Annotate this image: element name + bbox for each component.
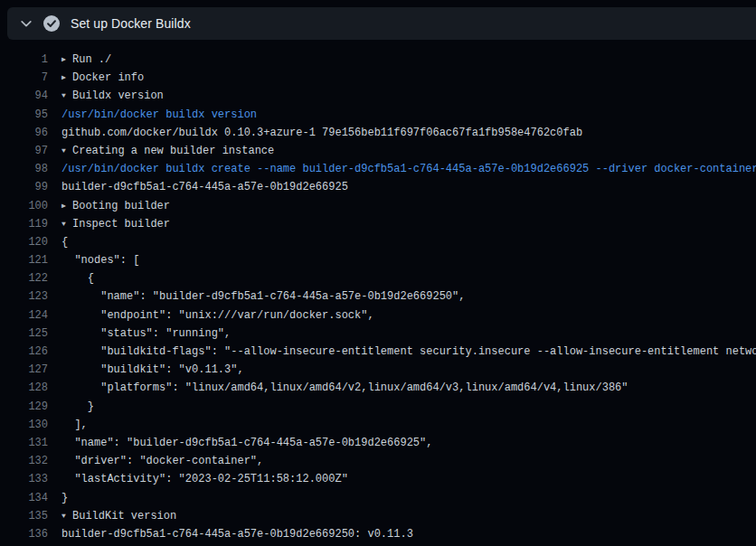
line-number[interactable]: 129 bbox=[0, 398, 48, 416]
log-text: { bbox=[48, 233, 756, 251]
step-header[interactable]: Set up Docker Buildx bbox=[7, 7, 756, 40]
line-number[interactable]: 1 bbox=[0, 51, 48, 69]
line-number[interactable]: 130 bbox=[0, 416, 48, 434]
log-text: "platforms": "linux/amd64,linux/amd64/v2… bbox=[48, 379, 756, 397]
line-number[interactable]: 98 bbox=[0, 160, 48, 178]
log-text: { bbox=[48, 269, 756, 287]
group-title: ▶Docker info bbox=[48, 69, 756, 87]
log-row: 134} bbox=[0, 489, 756, 507]
line-number[interactable]: 135 bbox=[0, 507, 48, 525]
line-number[interactable]: 95 bbox=[0, 106, 48, 124]
log-text: "driver": "docker-container", bbox=[48, 452, 756, 470]
log-text: "endpoint": "unix:///var/run/docker.sock… bbox=[48, 306, 756, 325]
line-number[interactable]: 121 bbox=[0, 251, 48, 269]
log-row: 99builder-d9cfb5a1-c764-445a-a57e-0b19d2… bbox=[0, 178, 756, 196]
group-title: ▼Creating a new builder instance bbox=[48, 142, 756, 160]
line-number[interactable]: 7 bbox=[0, 69, 48, 87]
log-text: } bbox=[48, 489, 756, 507]
line-number[interactable]: 97 bbox=[0, 142, 48, 160]
group-title: ▼Inspect builder bbox=[48, 215, 756, 233]
log-text: /usr/bin/docker buildx version bbox=[48, 106, 756, 124]
triangle-expanded-icon[interactable]: ▼ bbox=[61, 215, 72, 233]
log-text: builder-d9cfb5a1-c764-445a-a57e-0b19d2e6… bbox=[48, 178, 756, 196]
log-group-row[interactable]: 100▶Booting builder bbox=[0, 197, 756, 215]
log-row: 133 "lastActivity": "2023-02-25T11:58:12… bbox=[0, 470, 756, 488]
line-number[interactable]: 133 bbox=[0, 470, 48, 488]
line-number[interactable]: 100 bbox=[0, 197, 48, 215]
log-row: 98/usr/bin/docker buildx create --name b… bbox=[0, 160, 756, 178]
triangle-expanded-icon[interactable]: ▼ bbox=[61, 87, 72, 105]
line-number[interactable]: 136 bbox=[0, 525, 48, 543]
log-text: "lastActivity": "2023-02-25T11:58:12.000… bbox=[48, 470, 756, 488]
check-circle-icon bbox=[43, 15, 60, 32]
log-row: 128 "platforms": "linux/amd64,linux/amd6… bbox=[0, 379, 756, 397]
line-number[interactable]: 127 bbox=[0, 361, 48, 379]
log-group-row[interactable]: 119▼Inspect builder bbox=[0, 215, 756, 233]
log-group-row[interactable]: 1▶Run ./ bbox=[0, 51, 756, 69]
line-number[interactable]: 120 bbox=[0, 233, 48, 251]
chevron-down-icon[interactable] bbox=[18, 15, 34, 32]
line-number[interactable]: 124 bbox=[0, 306, 48, 325]
log-row: 96github.com/docker/buildx 0.10.3+azure-… bbox=[0, 124, 756, 142]
line-number[interactable]: 122 bbox=[0, 269, 48, 287]
line-number[interactable]: 128 bbox=[0, 379, 48, 397]
log-text: "buildkit": "v0.11.3", bbox=[48, 361, 756, 379]
log-lines: 1▶Run ./7▶Docker info94▼Buildx version95… bbox=[0, 40, 756, 543]
log-row: 131 "name": "builder-d9cfb5a1-c764-445a-… bbox=[0, 434, 756, 452]
triangle-collapsed-icon[interactable]: ▶ bbox=[61, 69, 72, 87]
log-text: "status": "running", bbox=[48, 325, 756, 343]
log-group-row[interactable]: 94▼Buildx version bbox=[0, 87, 756, 105]
log-row: 129 } bbox=[0, 398, 756, 416]
log-row: 130 ], bbox=[0, 416, 756, 434]
triangle-expanded-icon[interactable]: ▼ bbox=[61, 507, 72, 525]
log-group-row[interactable]: 135▼BuildKit version bbox=[0, 507, 756, 525]
log-row: 121 "nodes": [ bbox=[0, 251, 756, 269]
line-number[interactable]: 126 bbox=[0, 343, 48, 361]
group-title: ▼Buildx version bbox=[48, 87, 756, 105]
line-number[interactable]: 134 bbox=[0, 489, 48, 507]
log-text: "nodes": [ bbox=[48, 251, 756, 269]
log-row: 127 "buildkit": "v0.11.3", bbox=[0, 361, 756, 379]
step-title: Set up Docker Buildx bbox=[71, 16, 191, 31]
line-number[interactable]: 132 bbox=[0, 452, 48, 470]
log-text: "name": "builder-d9cfb5a1-c764-445a-a57e… bbox=[48, 287, 756, 306]
log-row: 124 "endpoint": "unix:///var/run/docker.… bbox=[0, 306, 756, 325]
log-text: } bbox=[48, 398, 756, 416]
line-number[interactable]: 119 bbox=[0, 215, 48, 233]
log-row: 125 "status": "running", bbox=[0, 325, 756, 343]
log-text: github.com/docker/buildx 0.10.3+azure-1 … bbox=[48, 124, 756, 142]
log-row: 120{ bbox=[0, 233, 756, 251]
triangle-expanded-icon[interactable]: ▼ bbox=[61, 142, 72, 160]
log-row: 132 "driver": "docker-container", bbox=[0, 452, 756, 470]
log-group-row[interactable]: 7▶Docker info bbox=[0, 69, 756, 87]
log-row: 122 { bbox=[0, 269, 756, 287]
triangle-collapsed-icon[interactable]: ▶ bbox=[61, 51, 72, 69]
line-number[interactable]: 96 bbox=[0, 124, 48, 142]
log-row: 136builder-d9cfb5a1-c764-445a-a57e-0b19d… bbox=[0, 525, 756, 543]
group-title: ▶Booting builder bbox=[48, 197, 756, 215]
log-text: ], bbox=[48, 416, 756, 434]
line-number[interactable]: 131 bbox=[0, 434, 48, 452]
triangle-collapsed-icon[interactable]: ▶ bbox=[61, 197, 72, 215]
line-number[interactable]: 123 bbox=[0, 287, 48, 306]
log-row: 126 "buildkitd-flags": "--allow-insecure… bbox=[0, 343, 756, 361]
line-number[interactable]: 99 bbox=[0, 178, 48, 196]
group-title: ▶Run ./ bbox=[48, 51, 756, 69]
log-row: 95/usr/bin/docker buildx version bbox=[0, 106, 756, 124]
log-row: 123 "name": "builder-d9cfb5a1-c764-445a-… bbox=[0, 287, 756, 306]
log-text: /usr/bin/docker buildx create --name bui… bbox=[48, 160, 756, 178]
log-text: builder-d9cfb5a1-c764-445a-a57e-0b19d2e6… bbox=[48, 525, 756, 543]
group-title: ▼BuildKit version bbox=[48, 507, 756, 525]
log-group-row[interactable]: 97▼Creating a new builder instance bbox=[0, 142, 756, 160]
line-number[interactable]: 125 bbox=[0, 325, 48, 343]
log-text: "name": "builder-d9cfb5a1-c764-445a-a57e… bbox=[48, 434, 756, 452]
log-text: "buildkitd-flags": "--allow-insecure-ent… bbox=[48, 343, 756, 361]
line-number[interactable]: 94 bbox=[0, 87, 48, 105]
